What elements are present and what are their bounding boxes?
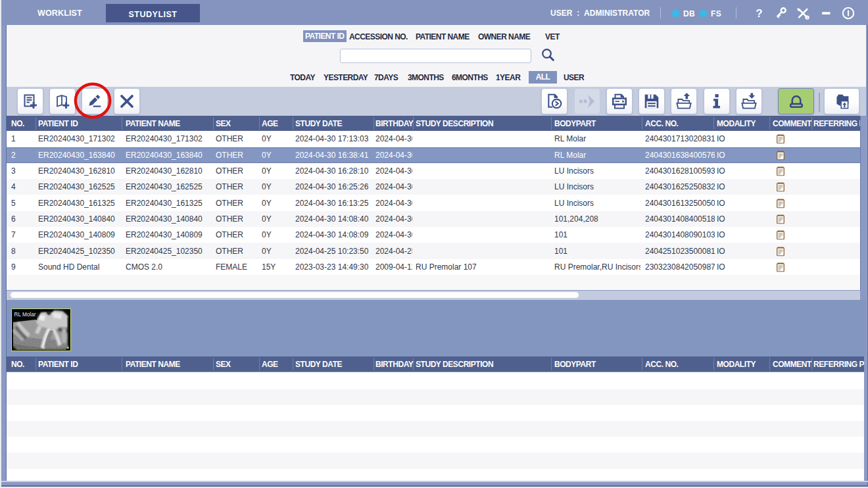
svg-text:RL Molar: RL Molar bbox=[14, 312, 36, 318]
svg-text:?: ? bbox=[756, 7, 762, 20]
